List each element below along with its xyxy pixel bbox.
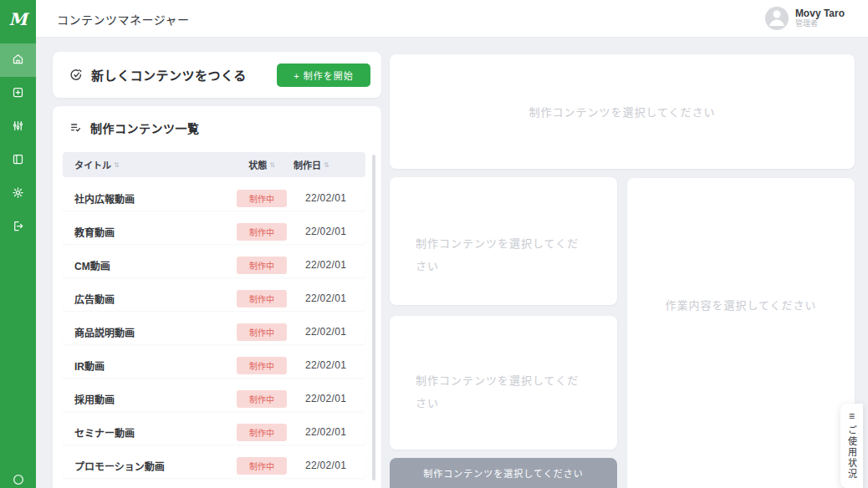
column-header-title[interactable]: タイトル ⇅ — [63, 158, 230, 171]
logout-icon — [12, 220, 24, 236]
start-production-button[interactable]: + 制作を開始 — [277, 64, 370, 87]
row-date: 22/02/01 — [294, 393, 365, 404]
sort-icon: ⇅ — [114, 161, 120, 169]
status-badge: 制作中 — [237, 323, 287, 341]
status-badge: 制作中 — [237, 190, 287, 207]
table-row[interactable]: プロモーション動画 制作中 22/02/01 — [63, 453, 365, 478]
row-title: 広告動画 — [63, 292, 230, 306]
content-list-card: 制作コンテンツ一覧 タイトル ⇅ 状態 ⇅ 制作日 ⇅ 社内広報動画 制作中 2… — [53, 106, 381, 488]
sidebar-item-filters[interactable] — [0, 110, 36, 144]
select-content-disabled-button[interactable]: 制作コンテンツを選択してください — [390, 458, 617, 488]
add-square-icon — [12, 86, 24, 102]
library-icon — [12, 153, 24, 169]
detail-placeholder-text: 制作コンテンツを選択してくだ さい — [416, 232, 591, 278]
create-content-title: 新しくコンテンツをつくる — [91, 66, 247, 84]
row-date: 22/02/01 — [294, 192, 365, 204]
status-badge: 制作中 — [237, 357, 287, 374]
list-check-icon — [69, 121, 83, 135]
logo-letter: M — [8, 9, 27, 29]
detail-panel-1: 制作コンテンツを選択してくだ さい — [390, 177, 617, 305]
row-title: 社内広報動画 — [63, 191, 230, 206]
preview-placeholder-text: 制作コンテンツを選択してください — [528, 104, 715, 119]
sidebar-nav — [0, 43, 36, 244]
table-row[interactable]: IR動画 制作中 22/02/01 — [63, 353, 365, 378]
person-icon — [765, 7, 789, 30]
gear-icon — [12, 186, 24, 202]
column-header-date[interactable]: 制作日 ⇅ — [294, 158, 365, 171]
sidebar-item-settings[interactable] — [0, 177, 36, 211]
row-title: IR動画 — [63, 358, 230, 373]
user-role: 管理者 — [795, 19, 845, 28]
column-header-status[interactable]: 状態 ⇅ — [230, 158, 294, 171]
sidebar-item-logout[interactable] — [0, 211, 36, 244]
sidebar-item-help[interactable] — [0, 473, 36, 488]
status-badge: 制作中 — [237, 390, 287, 408]
sliders-icon — [12, 119, 24, 135]
status-badge: 制作中 — [237, 290, 287, 308]
row-title: 教育動画 — [63, 225, 230, 239]
detail-placeholder-text: 制作コンテンツを選択してくだ さい — [416, 369, 591, 415]
sidebar-item-create[interactable] — [0, 77, 36, 110]
content-list-header: 制作コンテンツ一覧 — [53, 106, 381, 136]
status-badge: 制作中 — [237, 457, 287, 475]
row-date: 22/02/01 — [294, 259, 365, 271]
usage-drawer-label: ご使用状況 — [845, 425, 859, 480]
sort-icon: ⇅ — [269, 161, 275, 169]
table-header-row: タイトル ⇅ 状態 ⇅ 制作日 ⇅ — [63, 152, 365, 177]
row-title: 採用動画 — [63, 392, 230, 406]
usage-status-drawer-tab[interactable]: ≡ ご使用状況 — [840, 404, 863, 488]
help-circle-icon — [12, 473, 25, 488]
row-date: 22/02/01 — [294, 426, 365, 438]
table-row[interactable]: CM動画 制作中 22/02/01 — [63, 252, 365, 277]
table-body: 社内広報動画 制作中 22/02/01 教育動画 制作中 22/02/01 CM… — [63, 186, 365, 486]
top-header: コンテンツマネージャー Movy Taro 管理者 — [36, 0, 868, 38]
app-logo[interactable]: M — [0, 0, 36, 38]
row-title: CM動画 — [63, 258, 230, 272]
column-label: タイトル — [74, 158, 111, 171]
sort-icon: ⇅ — [324, 161, 329, 169]
home-icon — [12, 53, 24, 69]
user-menu[interactable]: Movy Taro 管理者 — [765, 7, 845, 30]
create-content-card: 新しくコンテンツをつくる + 制作を開始 — [53, 52, 381, 98]
work-placeholder-text: 作業内容を選択してください — [627, 297, 855, 313]
content-list-title: 制作コンテンツ一覧 — [90, 119, 200, 136]
sidebar: M — [0, 0, 36, 488]
table-row[interactable]: 教育動画 制作中 22/02/01 — [63, 219, 365, 244]
user-name: Movy Taro — [795, 8, 845, 19]
sidebar-item-library[interactable] — [0, 144, 36, 177]
edit-check-icon — [69, 68, 84, 82]
sidebar-item-home[interactable] — [0, 43, 36, 77]
row-date: 22/02/01 — [294, 292, 365, 304]
row-date: 22/02/01 — [294, 359, 365, 371]
row-title: 商品説明動画 — [63, 325, 230, 339]
table-row[interactable]: 採用動画 制作中 22/02/01 — [63, 386, 365, 411]
status-badge: 制作中 — [237, 257, 287, 274]
work-panel: 作業内容を選択してください — [627, 178, 855, 488]
status-badge: 制作中 — [237, 424, 287, 441]
table-row[interactable]: セミナー動画 制作中 22/02/01 — [63, 419, 365, 445]
row-date: 22/02/01 — [294, 326, 365, 338]
table-row[interactable]: 商品説明動画 制作中 22/02/01 — [63, 319, 365, 344]
avatar — [765, 7, 789, 30]
row-date: 22/02/01 — [294, 226, 365, 237]
column-label: 制作日 — [294, 158, 321, 171]
column-label: 状態 — [248, 158, 267, 171]
page-title: コンテンツマネージャー — [57, 0, 190, 38]
row-title: セミナー動画 — [63, 425, 230, 440]
table-row[interactable]: 広告動画 制作中 22/02/01 — [63, 286, 365, 311]
table-row[interactable]: 社内広報動画 制作中 22/02/01 — [63, 186, 365, 211]
status-badge: 制作中 — [237, 223, 287, 241]
detail-panel-2: 制作コンテンツを選択してくだ さい — [390, 316, 617, 450]
row-title: プロモーション動画 — [63, 459, 230, 473]
user-meta: Movy Taro 管理者 — [795, 8, 845, 28]
preview-panel: 制作コンテンツを選択してください — [390, 54, 855, 169]
hamburger-icon: ≡ — [849, 412, 855, 420]
app-window: M — [0, 0, 868, 488]
row-date: 22/02/01 — [294, 460, 365, 471]
table-scrollbar[interactable] — [372, 155, 375, 480]
